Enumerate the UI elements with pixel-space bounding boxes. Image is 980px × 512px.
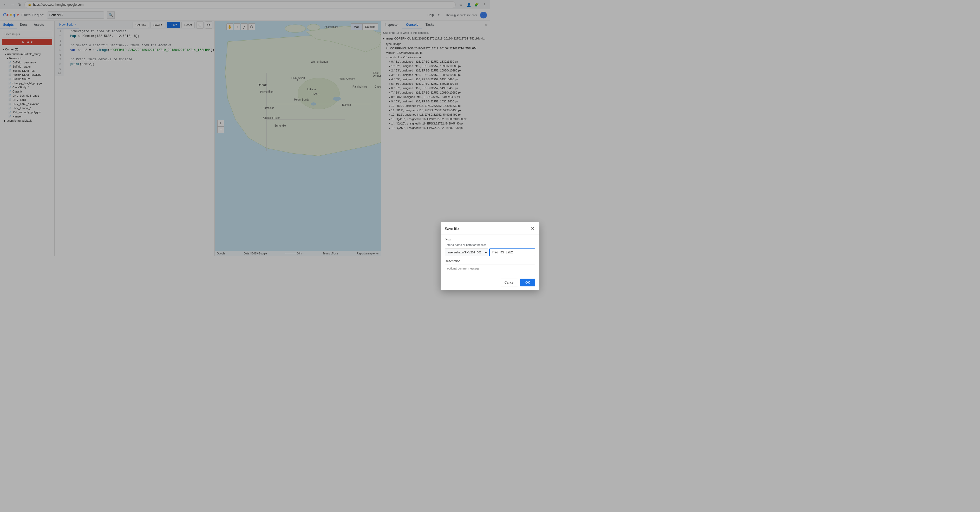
filename-input[interactable] [489,248,490,256]
path-prefix-select[interactable]: users/shaun/ENV202_502 [445,248,488,256]
modal-header: Save file ✕ [441,222,490,234]
path-row: users/shaun/ENV202_502 [445,248,490,256]
modal-overlay[interactable]: Save file ✕ Path Enter a name or path fo… [0,0,490,256]
modal-body: Path Enter a name or path for the file: … [441,234,490,256]
modal-title: Save file [445,227,459,231]
save-file-dialog: Save file ✕ Path Enter a name or path fo… [441,222,490,256]
path-sublabel: Enter a name or path for the file: [445,243,490,246]
path-label: Path [445,238,490,242]
